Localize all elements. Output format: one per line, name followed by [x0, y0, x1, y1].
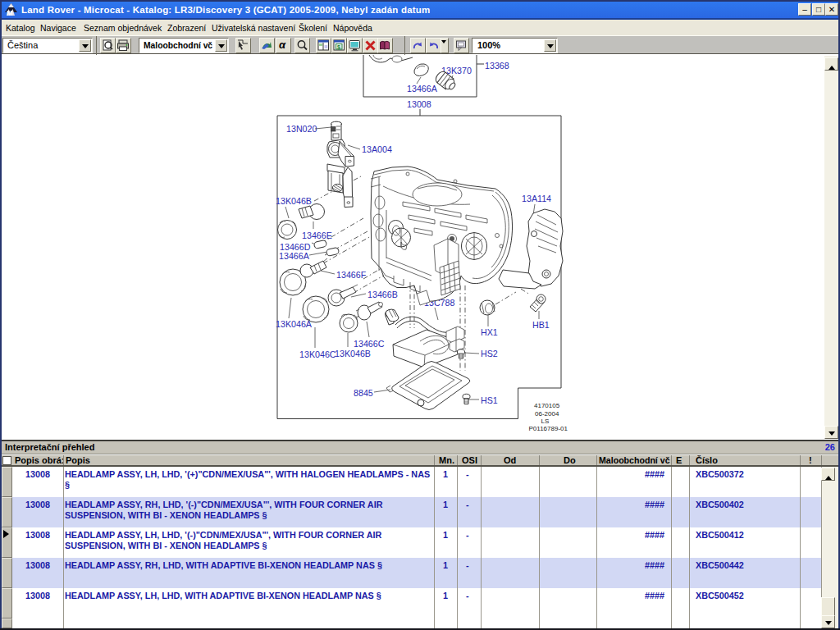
svg-text:LS: LS	[541, 418, 550, 425]
svg-text:4170105: 4170105	[534, 402, 560, 409]
svg-text:HX1: HX1	[481, 327, 498, 337]
svg-text:13466C: 13466C	[354, 339, 385, 349]
svg-text:P0116789-01: P0116789-01	[529, 425, 568, 432]
svg-text:13K046B: 13K046B	[335, 349, 371, 358]
svg-text:HS1: HS1	[481, 395, 498, 405]
svg-text:$: $	[337, 44, 340, 51]
svg-text:06-2004: 06-2004	[535, 410, 559, 418]
svg-text:13466E: 13466E	[302, 231, 332, 240]
svg-text:HB1: HB1	[532, 320, 550, 330]
svg-text:13A114: 13A114	[522, 194, 551, 203]
svg-text:M: M	[7, 9, 13, 17]
svg-text:13K046B: 13K046B	[276, 196, 312, 206]
svg-text:13A004: 13A004	[362, 144, 392, 154]
svg-text:13N020: 13N020	[286, 124, 317, 134]
svg-text:13008: 13008	[407, 99, 431, 109]
svg-text:8845: 8845	[354, 388, 373, 398]
svg-text:13K046C: 13K046C	[299, 349, 336, 359]
svg-text:HS2: HS2	[481, 349, 498, 358]
svg-text:13K046A: 13K046A	[276, 319, 313, 329]
svg-text:13466F: 13466F	[336, 270, 367, 280]
svg-text:13466A: 13466A	[407, 84, 438, 94]
svg-text:13368: 13368	[485, 61, 509, 71]
svg-text:13466B: 13466B	[368, 290, 398, 299]
svg-text:13466A: 13466A	[279, 251, 310, 261]
